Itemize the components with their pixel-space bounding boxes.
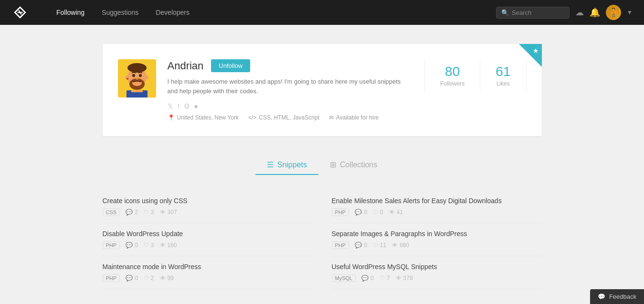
- star-icon: ★: [533, 47, 539, 54]
- view-count: 👁 160: [160, 242, 177, 249]
- snippet-tag[interactable]: PHP: [103, 274, 120, 282]
- search-box[interactable]: 🔍: [496, 7, 570, 19]
- location-meta: 📍 United States, New York: [168, 114, 239, 121]
- comment-icon: 💬: [355, 242, 362, 249]
- svg-rect-12: [131, 90, 143, 92]
- list-icon: ☰: [267, 160, 274, 169]
- avatar-face: 🧍: [606, 5, 621, 20]
- snippet-title[interactable]: Disable WordPress Update: [103, 230, 313, 238]
- google-plus-icon[interactable]: 𝕆: [184, 102, 190, 110]
- hire-text: Available for hire: [336, 114, 379, 121]
- eye-icon: 👁: [160, 209, 166, 216]
- comment-value: 2: [135, 209, 138, 216]
- like-count: ♡ 3: [144, 242, 154, 249]
- snippet-meta: PHP 💬 0 ♡ 0 👁 41: [332, 208, 542, 216]
- snippet-tag[interactable]: PHP: [332, 208, 349, 216]
- snippet-title[interactable]: Separate Images & Paragraphs in WordPres…: [332, 230, 542, 238]
- like-count: ♡ 0: [373, 209, 383, 216]
- view-value: 99: [168, 275, 174, 282]
- svg-point-10: [127, 63, 147, 73]
- comment-count: 💬 0: [361, 275, 374, 282]
- navbar-link-developers[interactable]: Developers: [147, 0, 198, 25]
- comment-icon: 💬: [361, 275, 369, 282]
- google-icon[interactable]: ●: [194, 102, 198, 110]
- view-count: 👁 680: [392, 242, 409, 249]
- comment-count: 💬 0: [355, 242, 367, 249]
- snippet-item: Useful WordPress MySQL Snippets MySQL 💬 …: [332, 256, 542, 289]
- snippet-item: Maintenance mode in WordPress PHP 💬 0 ♡ …: [103, 256, 313, 289]
- profile-stats: 80 Followers 61 Likes: [424, 59, 527, 92]
- comment-value: 0: [364, 242, 367, 249]
- view-value: 160: [168, 242, 177, 249]
- heart-icon: ♡: [373, 209, 378, 216]
- navbar: Following Suggestions Developers 🔍 ☁ 🔔 🧍…: [0, 0, 644, 25]
- logo[interactable]: [11, 4, 29, 21]
- facebook-icon[interactable]: 𝔣: [178, 102, 179, 110]
- navbar-right: 🔍 ☁ 🔔 🧍 ▼: [496, 5, 633, 20]
- snippet-tag[interactable]: MySQL: [332, 274, 356, 282]
- comment-count: 💬 0: [355, 209, 367, 216]
- profile-info: Andrian Unfollow I help make awesome web…: [168, 59, 405, 121]
- profile-social: 𝕏 𝔣 𝕆 ●: [168, 102, 405, 110]
- snippets-right-col: Enable Milestone Sales Alerts for Easy D…: [332, 190, 542, 289]
- heart-icon: ♡: [380, 275, 385, 282]
- eye-icon: 👁: [389, 209, 395, 216]
- followers-label: Followers: [440, 80, 465, 87]
- snippet-tag[interactable]: CSS: [103, 208, 120, 216]
- comment-value: 0: [370, 275, 374, 282]
- followers-stat: 80 Followers: [425, 59, 480, 92]
- view-value: 378: [403, 275, 413, 282]
- skills-meta: </> CSS, HTML, JavaScript: [248, 114, 319, 121]
- comment-value: 0: [364, 209, 367, 216]
- profile-meta: 📍 United States, New York </> CSS, HTML,…: [168, 114, 405, 121]
- profile-card: ★: [103, 44, 542, 136]
- snippets-grid: Create icons using only CSS CSS 💬 2 ♡ 3 …: [103, 190, 542, 289]
- mail-icon: ✉: [329, 114, 334, 121]
- feedback-label: Feedback: [609, 293, 636, 300]
- heart-icon: ♡: [144, 275, 149, 282]
- snippet-title[interactable]: Enable Milestone Sales Alerts for Easy D…: [332, 197, 542, 205]
- feedback-button[interactable]: 💬 Feedback: [590, 289, 644, 304]
- chevron-down-icon[interactable]: ▼: [627, 9, 633, 16]
- comment-count: 💬 0: [126, 242, 138, 249]
- tab-collections[interactable]: ⊞ Collections: [318, 155, 389, 175]
- unfollow-button[interactable]: Unfollow: [211, 59, 250, 72]
- like-count: ♡ 2: [144, 275, 154, 282]
- snippet-tag[interactable]: PHP: [103, 241, 120, 249]
- cloud-icon[interactable]: ☁: [575, 7, 584, 18]
- comment-icon: 💬: [355, 209, 362, 216]
- svg-point-14: [145, 76, 148, 79]
- eye-icon: 👁: [392, 242, 398, 249]
- snippet-item: Enable Milestone Sales Alerts for Easy D…: [332, 190, 542, 223]
- twitter-icon[interactable]: 𝕏: [168, 102, 173, 110]
- likes-count: 61: [496, 64, 510, 79]
- view-count: 👁 378: [396, 275, 413, 282]
- like-count: ♡ 3: [144, 209, 154, 216]
- search-input[interactable]: [512, 9, 564, 16]
- avatar[interactable]: 🧍: [606, 5, 621, 20]
- comment-count: 💬 2: [126, 209, 138, 216]
- search-icon: 🔍: [501, 9, 509, 16]
- view-value: 41: [397, 209, 403, 216]
- hire-meta: ✉ Available for hire: [329, 114, 379, 121]
- navbar-link-suggestions[interactable]: Suggestions: [93, 0, 147, 25]
- snippet-title[interactable]: Useful WordPress MySQL Snippets: [332, 263, 542, 271]
- view-count: 👁 99: [160, 275, 174, 282]
- tab-snippets[interactable]: ☰ Snippets: [255, 155, 318, 175]
- snippet-title[interactable]: Maintenance mode in WordPress: [103, 263, 313, 271]
- feedback-icon: 💬: [598, 293, 605, 300]
- snippet-tag[interactable]: PHP: [332, 241, 349, 249]
- snippet-meta: CSS 💬 2 ♡ 3 👁 307: [103, 208, 313, 216]
- comment-icon: 💬: [126, 275, 133, 282]
- profile-name: Andrian: [168, 60, 204, 72]
- like-count: ♡ 11: [373, 242, 386, 249]
- bell-icon[interactable]: 🔔: [590, 7, 600, 18]
- tab-collections-label: Collections: [340, 161, 377, 169]
- navbar-link-following[interactable]: Following: [48, 0, 93, 25]
- like-value: 2: [151, 275, 154, 282]
- snippet-title[interactable]: Create icons using only CSS: [103, 197, 313, 205]
- eye-icon: 👁: [396, 275, 401, 282]
- comment-icon: 💬: [126, 242, 133, 249]
- snippet-item: Create icons using only CSS CSS 💬 2 ♡ 3 …: [103, 190, 313, 223]
- snippet-meta: PHP 💬 0 ♡ 2 👁 99: [103, 274, 313, 282]
